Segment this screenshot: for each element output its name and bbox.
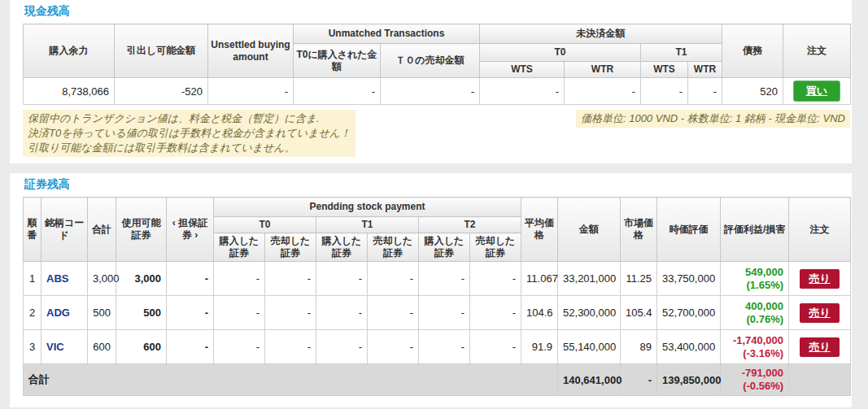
cash-balance-row: 8,738,066 -520 - - - - - - - 520 買い <box>24 78 851 105</box>
header-unsettled-buying: Unsettled buying amount <box>208 24 294 78</box>
note-line-1: 保留中のトランザクション値は、料金と税金（暫定）に含ま. <box>28 111 351 126</box>
header-unmatched-transactions: Unmatched Transactions <box>294 24 480 44</box>
profit-loss: -1,740,000 (-3.16%) <box>721 330 789 364</box>
header-available: 使用可能証券 <box>116 198 167 262</box>
buying-power-value: 8,738,066 <box>24 78 115 105</box>
header-market-price: 市場価格 <box>621 198 657 262</box>
buy-button[interactable]: 買い <box>793 80 840 102</box>
header-t0-bought: T0に購入された金額 <box>294 44 381 78</box>
t0-sold: - <box>265 262 316 296</box>
t0-bought-value: - <box>294 78 381 105</box>
profit-loss: 549,000 (1.65%) <box>721 262 789 296</box>
profit-loss-value: 549,000 <box>726 266 783 279</box>
t2-sold: - <box>470 262 521 296</box>
amount: 52,300,000 <box>558 296 621 330</box>
t1-sold: - <box>368 330 419 364</box>
header-t2-bought: 購入した証券 <box>419 233 470 262</box>
row-no: 3 <box>24 330 41 364</box>
total-profit-loss-value: -791,000 <box>726 367 783 380</box>
header-pending-amount: 未決済金額 <box>480 24 722 44</box>
t1-wts-value: - <box>641 78 688 105</box>
sell-button[interactable]: 売り <box>800 337 839 357</box>
avg-price: 91.9 <box>521 330 558 364</box>
profit-loss: 400,000 (0.76%) <box>721 296 789 330</box>
market-value: 33,750,000 <box>657 262 721 296</box>
collateral-qty: - <box>167 296 214 330</box>
available-qty: 600 <box>116 330 167 364</box>
t1-bought: - <box>316 330 368 364</box>
header-buying-power: 購入余力 <box>24 24 115 78</box>
stock-code-link[interactable]: VIC <box>46 341 64 353</box>
amount: 55,140,000 <box>558 330 621 364</box>
cash-balance-section: 現金残高 購入余力 引出し可能金額 Unsettled buying amoun… <box>10 0 852 163</box>
t1-wtr-value: - <box>688 78 722 105</box>
cash-balance-table: 購入余力 引出し可能金額 Unsettled buying amount Unm… <box>23 24 851 105</box>
total-profit-loss: -791,000 (-0.56%) <box>721 364 789 396</box>
header-t0-group: T0 <box>214 217 316 233</box>
amount: 33,201,000 <box>558 262 621 296</box>
t2-sold: - <box>470 296 521 330</box>
total-qty: 3,000 <box>88 262 116 296</box>
t2-sold: - <box>470 330 521 364</box>
available-qty: 500 <box>116 296 167 330</box>
total-market-value: 139,850,000 <box>657 364 721 396</box>
header-amount: 金額 <box>558 198 621 262</box>
profit-loss-percent: (-3.16%) <box>726 347 783 360</box>
stock-row: 1 ABS 3,000 3,000 - - - - - - - 11.067 3… <box>24 262 851 296</box>
header-order: 注文 <box>789 198 851 262</box>
t1-bought: - <box>316 262 368 296</box>
t0-wts-value: - <box>480 78 565 105</box>
debt-value: 520 <box>722 78 783 105</box>
cash-disclaimer-note: 保留中のトランザクション値は、料金と税金（暫定）に含ま. 決済T0を待っている値… <box>23 110 355 157</box>
header-collateral: ‹ 担保証券 › <box>167 198 214 262</box>
header-t0-group: T0 <box>480 44 641 62</box>
t0-bought: - <box>214 296 265 330</box>
row-no: 1 <box>24 262 41 296</box>
header-debt: 債務 <box>722 24 783 78</box>
t0-bought: - <box>214 262 265 296</box>
cash-balance-title: 現金残高 <box>24 4 852 19</box>
market-price: 11.25 <box>621 262 657 296</box>
avg-price: 104.6 <box>521 296 558 330</box>
cash-notes-area: 保留中のトランザクション値は、料金と税金（暫定）に含ま. 決済T0を待っている値… <box>23 110 850 157</box>
note-line-3: 引取り可能な金額には取引手数料は含まれていません。 <box>28 141 351 155</box>
header-t2-sold: 売却した証券 <box>470 233 521 262</box>
header-stock-code: 銘柄コード <box>41 198 88 262</box>
stock-row: 2 ADG 500 500 - - - - - - - 104.6 52,300… <box>24 296 851 330</box>
market-value: 53,400,000 <box>657 330 721 364</box>
sell-button[interactable]: 売り <box>800 303 839 323</box>
avg-price: 11.067 <box>521 262 558 296</box>
header-t0-sold: 売却した証券 <box>265 233 316 262</box>
market-price: 105.4 <box>621 296 657 330</box>
sell-button[interactable]: 売り <box>800 269 839 289</box>
header-t0-wts: WTS <box>480 62 565 78</box>
header-t0-bought: 購入した証券 <box>214 233 265 262</box>
profit-loss-value: -1,740,000 <box>726 334 783 347</box>
header-t1-sold: 売却した証券 <box>368 233 419 262</box>
header-t1-group: T1 <box>316 217 419 233</box>
securities-balance-title: 証券残高 <box>24 177 852 192</box>
header-t1-group: T1 <box>641 44 722 62</box>
profit-loss-percent: (0.76%) <box>726 313 783 326</box>
totals-row: 合計 140,641,000 - 139,850,000 -791,000 (-… <box>24 364 851 396</box>
header-t0-wtr: WTR <box>565 62 641 78</box>
total-order-cell <box>789 364 851 396</box>
t1-sold: - <box>368 296 419 330</box>
collateral-qty: - <box>167 262 214 296</box>
securities-balance-section: 証券残高 順番 銘柄コード 合計 使用可能証券 ‹ 担保証券 › Penddin… <box>10 173 852 407</box>
units-note: 価格単位: 1000 VND - 株数単位: 1 銘柄 - 現金単位: VND <box>576 110 850 128</box>
row-no: 2 <box>24 296 41 330</box>
withdrawable-value: -520 <box>115 78 208 105</box>
stock-code-link[interactable]: ADG <box>46 307 70 319</box>
header-t0-sold: Ｔ０の売却金額 <box>381 44 480 78</box>
header-market-value: 時価評価 <box>657 198 721 262</box>
t1-sold: - <box>368 262 419 296</box>
t2-bought: - <box>419 330 470 364</box>
total-amount: 140,641,000 <box>558 364 621 396</box>
header-t1-bought: 購入した証券 <box>316 233 368 262</box>
total-label: 合計 <box>24 364 558 396</box>
stock-code-link[interactable]: ABS <box>46 272 68 285</box>
header-t1-wtr: WTR <box>688 62 722 78</box>
profit-loss-percent: (1.65%) <box>726 279 783 292</box>
securities-table: 順番 銘柄コード 合計 使用可能証券 ‹ 担保証券 › Pendding sto… <box>23 197 851 396</box>
